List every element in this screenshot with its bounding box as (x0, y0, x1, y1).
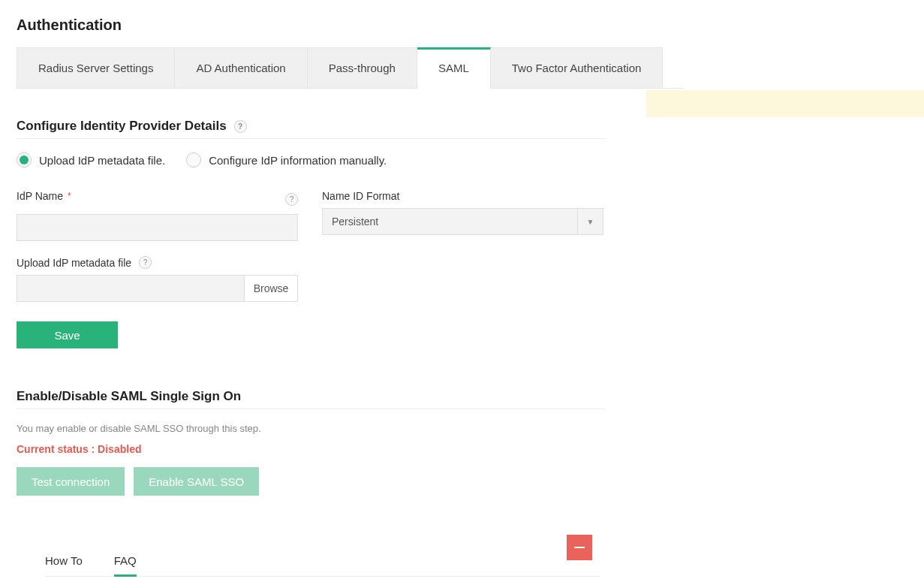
page-title: Authentication (0, 0, 924, 47)
main-tabs: Radius Server Settings AD Authentication… (17, 47, 685, 89)
radio-icon (186, 152, 201, 167)
radio-configure-manually[interactable]: Configure IdP information manually. (186, 152, 387, 167)
idp-section-heading: Configure Identity Provider Details ? (17, 119, 608, 134)
required-star-icon: * (68, 191, 71, 201)
test-connection-button[interactable]: Test connection (17, 467, 125, 496)
enable-saml-sso-button[interactable]: Enable SAML SSO (134, 467, 259, 496)
idp-heading-text: Configure Identity Provider Details (17, 119, 227, 134)
minus-icon (574, 547, 585, 548)
upload-file-input[interactable] (17, 275, 244, 302)
tab-how-to[interactable]: How To (45, 554, 83, 576)
help-tabs: How To FAQ (45, 554, 600, 577)
tab-two-factor-authentication[interactable]: Two Factor Authentication (491, 47, 664, 88)
help-icon[interactable]: ? (234, 120, 247, 133)
radio-upload-label: Upload IdP metadata file. (39, 154, 165, 167)
tab-radius-server-settings[interactable]: Radius Server Settings (17, 47, 175, 88)
upload-file-label: Upload IdP metadata file (17, 257, 131, 269)
chevron-down-icon: ▼ (577, 209, 603, 234)
sso-subtext: You may enable or disable SAML SSO throu… (17, 423, 608, 434)
section-divider (17, 138, 606, 139)
radio-manual-label: Configure IdP information manually. (209, 154, 387, 167)
name-id-format-select[interactable]: Persistent ▼ (322, 208, 603, 235)
sso-section-heading: Enable/Disable SAML Single Sign On (17, 389, 608, 404)
notice-banner (646, 90, 924, 117)
tab-ad-authentication[interactable]: AD Authentication (175, 47, 307, 88)
sso-status: Current status : Disabled (17, 443, 608, 455)
tab-faq[interactable]: FAQ (114, 554, 137, 577)
radio-icon (17, 152, 32, 167)
help-icon[interactable]: ? (139, 256, 152, 269)
browse-button[interactable]: Browse (244, 275, 298, 302)
section-divider (17, 409, 606, 409)
name-id-format-label: Name ID Format (322, 190, 603, 202)
idp-name-label-text: IdP Name (17, 190, 63, 202)
name-id-format-label-text: Name ID Format (322, 190, 399, 202)
tab-pass-through[interactable]: Pass-through (308, 47, 417, 88)
collapse-button[interactable] (567, 535, 592, 560)
idp-name-input[interactable] (17, 214, 298, 241)
idp-name-label: IdP Name * (17, 190, 71, 202)
save-button[interactable]: Save (17, 321, 118, 348)
name-id-format-value: Persistent (323, 209, 577, 234)
sso-heading-text: Enable/Disable SAML Single Sign On (17, 389, 241, 404)
radio-upload-metadata[interactable]: Upload IdP metadata file. (17, 152, 165, 167)
tab-saml[interactable]: SAML (417, 47, 491, 89)
help-icon[interactable]: ? (285, 193, 298, 206)
